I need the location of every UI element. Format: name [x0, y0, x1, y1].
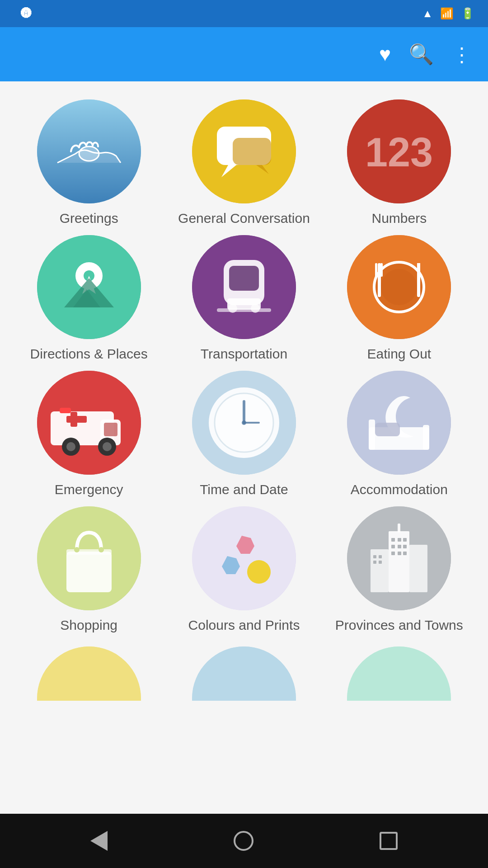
svg-rect-61 [398, 524, 400, 533]
category-icon-partial-partial1 [37, 646, 141, 701]
category-label-directions-places: Directions & Places [30, 346, 148, 362]
svg-rect-26 [380, 263, 383, 277]
category-item-partial-partial1[interactable] [14, 646, 164, 701]
category-label-emergency: Emergency [55, 482, 123, 497]
category-grid: Greetings General Conversation 123 Numbe… [9, 95, 479, 637]
svg-rect-75 [373, 561, 376, 564]
category-item-directions-places[interactable]: Directions & Places [14, 235, 164, 362]
category-icon-emergency [37, 371, 141, 475]
status-bar-left: 🅐 [14, 7, 32, 20]
svg-rect-51 [66, 552, 112, 592]
category-icon-greetings [37, 99, 141, 203]
svg-point-35 [66, 442, 75, 451]
svg-rect-49 [375, 423, 400, 436]
svg-point-53 [74, 547, 80, 552]
status-bar-right: ▲ 📶 🔋 [422, 7, 474, 20]
svg-point-20 [251, 304, 260, 313]
svg-rect-65 [398, 538, 401, 542]
svg-rect-67 [391, 545, 395, 548]
category-icon-shopping [37, 506, 141, 610]
category-item-accommodation[interactable]: Accommodation [324, 371, 474, 497]
svg-rect-73 [373, 555, 376, 558]
svg-rect-38 [60, 408, 71, 413]
category-item-colours-prints[interactable]: Colours and Prints [169, 506, 319, 633]
status-bar: 🅐 ▲ 📶 🔋 [0, 0, 488, 27]
svg-point-45 [347, 371, 451, 475]
category-item-provinces-towns[interactable]: Provinces and Towns [324, 506, 474, 633]
sim-icon: 🅐 [21, 7, 32, 20]
svg-rect-64 [391, 538, 395, 542]
category-item-time-date[interactable]: Time and Date [169, 371, 319, 497]
category-item-partial-partial3[interactable] [324, 646, 474, 701]
category-item-general-conversation[interactable]: General Conversation [169, 99, 319, 226]
svg-rect-25 [375, 263, 377, 277]
svg-point-1 [79, 146, 99, 161]
svg-rect-52 [66, 549, 112, 555]
search-button[interactable]: 🔍 [409, 42, 434, 66]
category-icon-eating-out [347, 235, 451, 339]
svg-text:123: 123 [365, 130, 433, 175]
category-item-emergency[interactable]: Emergency [14, 371, 164, 497]
svg-rect-5 [233, 138, 271, 165]
svg-rect-18 [217, 308, 271, 312]
category-label-colours-prints: Colours and Prints [188, 618, 300, 633]
svg-rect-63 [409, 545, 427, 592]
content-area: Greetings General Conversation 123 Numbe… [0, 81, 488, 814]
signal-icon: 📶 [440, 7, 454, 20]
more-options-button[interactable]: ⋮ [452, 43, 472, 66]
svg-rect-69 [403, 545, 407, 548]
app-bar: ♥ 🔍 ⋮ [0, 27, 488, 81]
category-icon-numbers: 123 [347, 99, 451, 203]
svg-rect-31 [104, 423, 117, 436]
svg-rect-16 [229, 266, 259, 291]
category-item-shopping[interactable]: Shopping [14, 506, 164, 633]
category-icon-partial-partial3 [347, 646, 451, 701]
svg-rect-74 [379, 555, 382, 558]
category-icon-time-date [192, 371, 296, 475]
svg-point-54 [99, 547, 104, 552]
svg-rect-72 [403, 552, 407, 555]
partial-grid [9, 642, 479, 701]
category-item-greetings[interactable]: Greetings [14, 99, 164, 226]
svg-rect-70 [391, 552, 395, 555]
svg-point-44 [242, 420, 246, 425]
category-icon-general-conversation [192, 99, 296, 203]
back-button[interactable] [90, 831, 108, 851]
svg-point-77 [37, 646, 141, 701]
svg-rect-68 [398, 545, 401, 548]
app-bar-actions: ♥ 🔍 ⋮ [379, 42, 472, 66]
category-icon-transportation [192, 235, 296, 339]
svg-point-58 [247, 560, 271, 584]
svg-point-78 [192, 646, 296, 701]
category-icon-directions-places [37, 235, 141, 339]
category-label-accommodation: Accommodation [351, 482, 448, 497]
category-item-partial-partial2[interactable] [169, 646, 319, 701]
svg-rect-76 [379, 561, 382, 564]
svg-point-23 [381, 269, 417, 305]
category-item-transportation[interactable]: Transportation [169, 235, 319, 362]
category-label-greetings: Greetings [60, 211, 118, 226]
bottom-nav [0, 814, 488, 868]
svg-point-55 [192, 506, 296, 610]
category-label-time-date: Time and Date [200, 482, 288, 497]
svg-rect-24 [378, 263, 381, 297]
recents-button[interactable] [380, 832, 398, 850]
svg-point-19 [228, 304, 237, 313]
svg-rect-48 [423, 425, 429, 450]
category-item-numbers[interactable]: 123 Numbers [324, 99, 474, 226]
category-label-shopping: Shopping [60, 618, 117, 633]
svg-point-79 [347, 646, 451, 701]
category-label-provinces-towns: Provinces and Towns [335, 618, 463, 633]
svg-rect-71 [398, 552, 401, 555]
category-icon-colours-prints [192, 506, 296, 610]
svg-rect-47 [369, 420, 375, 450]
category-icon-partial-partial2 [192, 646, 296, 701]
category-icon-provinces-towns [347, 506, 451, 610]
category-label-general-conversation: General Conversation [178, 211, 310, 226]
category-label-transportation: Transportation [201, 346, 287, 362]
svg-point-37 [103, 442, 112, 451]
favorite-button[interactable]: ♥ [379, 43, 391, 66]
svg-rect-66 [403, 538, 407, 542]
home-button[interactable] [234, 831, 253, 851]
category-item-eating-out[interactable]: Eating Out [324, 235, 474, 362]
